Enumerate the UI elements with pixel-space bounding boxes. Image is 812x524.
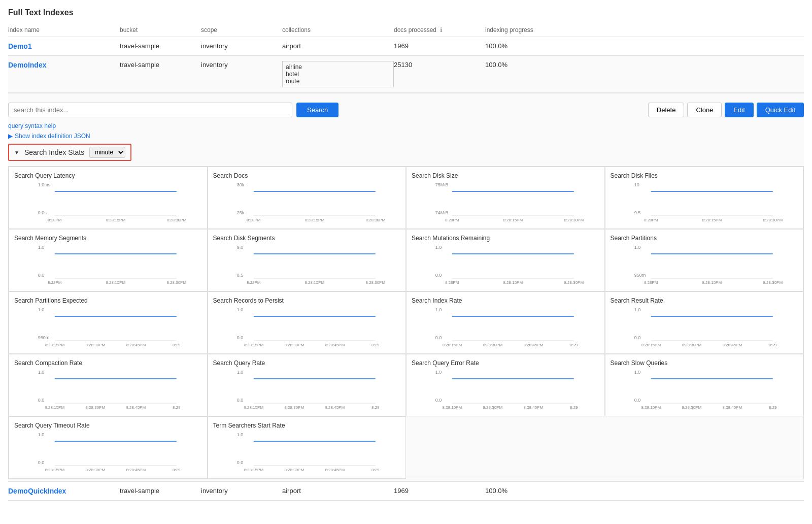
stats-section: ▼ Search Index Stats minute hour day Sea… [8, 144, 804, 479]
quick-edit-button[interactable]: Quick Edit [757, 103, 804, 117]
index-name-demoindex[interactable]: DemoIndex [8, 61, 120, 69]
action-buttons: Delete Clone Edit Quick Edit [648, 103, 804, 117]
chart-card: Search Result Rate1.00.08:28:15PM8:28:30… [605, 291, 804, 354]
svg-text:0.0s: 0.0s [38, 210, 47, 215]
svg-text:8:28:45PM: 8:28:45PM [126, 468, 146, 472]
svg-text:9.0: 9.0 [236, 245, 243, 250]
svg-text:8:29: 8:29 [371, 405, 379, 409]
svg-text:25k: 25k [236, 210, 244, 215]
demo-index-section: DemoIndex travel-sample inventory airlin… [8, 56, 804, 481]
chart-svg: 30k25k8:28PM8:28:15PM8:28:30PM [213, 181, 401, 222]
index-name-demoquickindex[interactable]: DemoQuickIndex [8, 487, 120, 495]
svg-text:8:29: 8:29 [570, 405, 578, 409]
svg-text:8:28:15PM: 8:28:15PM [45, 468, 64, 472]
svg-text:8.5: 8.5 [236, 273, 243, 278]
chart-card: Search Query Error Rate1.00.08:28:15PM8:… [406, 354, 605, 416]
svg-text:8:28:30PM: 8:28:30PM [763, 280, 783, 284]
collection-item: airline [286, 63, 390, 71]
chart-svg: 1.00.08:28:15PM8:28:30PM8:28:45PM8:29 [213, 306, 401, 347]
search-button[interactable]: Search [296, 103, 339, 117]
svg-text:8:28:45PM: 8:28:45PM [325, 468, 345, 472]
svg-text:8:28:15PM: 8:28:15PM [641, 405, 661, 409]
svg-text:8:29: 8:29 [768, 405, 776, 409]
svg-text:1.0: 1.0 [634, 370, 640, 375]
chart-svg: 1.00.08:28:15PM8:28:30PM8:28:45PM8:29 [213, 431, 401, 472]
chart-title: Search Query Timeout Rate [14, 422, 202, 429]
chart-svg: 1.0950m8:28PM8:28:15PM8:28:30PM [611, 244, 798, 284]
chart-card: Search Query Timeout Rate1.00.08:28:15PM… [9, 416, 208, 479]
chart-title: Search Docs [213, 172, 401, 179]
svg-text:8:28:15PM: 8:28:15PM [106, 280, 125, 284]
svg-text:8:28:15PM: 8:28:15PM [641, 343, 661, 347]
svg-text:8:28:45PM: 8:28:45PM [325, 405, 345, 409]
svg-text:8:28PM: 8:28PM [48, 280, 62, 284]
svg-text:8:28:30PM: 8:28:30PM [284, 343, 304, 347]
svg-text:8:29: 8:29 [173, 468, 181, 472]
svg-text:8:28:30PM: 8:28:30PM [166, 218, 186, 222]
svg-text:950m: 950m [634, 273, 646, 278]
svg-text:1.0: 1.0 [38, 432, 45, 437]
table-row: Demo1 travel-sample inventory airport 19… [8, 37, 804, 56]
time-select[interactable]: minute hour day [89, 147, 125, 158]
col-bucket: bucket [120, 26, 201, 34]
delete-button[interactable]: Delete [648, 103, 685, 117]
chart-card: Search Query Rate1.00.08:28:15PM8:28:30P… [208, 354, 407, 416]
bucket-demo1: travel-sample [120, 42, 201, 50]
svg-text:8:28:45PM: 8:28:45PM [126, 405, 146, 409]
col-index-name: index name [8, 26, 120, 34]
svg-text:8:29: 8:29 [768, 343, 776, 347]
scope-demo1: inventory [201, 42, 282, 50]
main-page: Full Text Indexes index name bucket scop… [0, 0, 812, 509]
svg-text:8:28:30PM: 8:28:30PM [564, 218, 584, 222]
svg-text:8:28:30PM: 8:28:30PM [763, 218, 783, 222]
docs-demoquickindex: 1969 [394, 487, 485, 495]
search-input[interactable] [8, 103, 292, 117]
svg-text:8:29: 8:29 [371, 343, 379, 347]
svg-text:1.0: 1.0 [38, 307, 45, 312]
chart-card: Search Docs30k25k8:28PM8:28:15PM8:28:30P… [208, 167, 407, 229]
progress-demoindex: 100.0% [485, 61, 804, 69]
docs-demoindex: 25130 [394, 61, 485, 69]
edit-button[interactable]: Edit [725, 103, 753, 117]
svg-text:8:28:45PM: 8:28:45PM [722, 405, 742, 409]
chart-title: Search Disk Segments [213, 235, 401, 242]
svg-text:1.0: 1.0 [634, 307, 640, 312]
svg-text:8:28:45PM: 8:28:45PM [325, 343, 345, 347]
svg-text:8:28:30PM: 8:28:30PM [166, 280, 186, 284]
clone-button[interactable]: Clone [687, 103, 722, 117]
show-definition-toggle[interactable]: ▶ Show index definition JSON [8, 133, 804, 140]
svg-text:8:28:15PM: 8:28:15PM [244, 468, 263, 472]
svg-text:8:28:45PM: 8:28:45PM [126, 343, 146, 347]
collections-demoquickindex: airport [282, 487, 394, 495]
svg-text:8:28:45PM: 8:28:45PM [722, 343, 742, 347]
scope-demoquickindex: inventory [201, 487, 282, 495]
chart-svg: 1.00.08:28:15PM8:28:30PM8:28:45PM8:29 [213, 369, 401, 409]
svg-text:8:28:30PM: 8:28:30PM [483, 343, 502, 347]
svg-text:1.0: 1.0 [435, 370, 442, 375]
svg-text:8:28PM: 8:28PM [246, 218, 260, 222]
chart-card: Search Index Rate1.00.08:28:15PM8:28:30P… [406, 291, 605, 354]
svg-text:8:28:15PM: 8:28:15PM [304, 218, 324, 222]
svg-text:8:28:15PM: 8:28:15PM [244, 343, 263, 347]
svg-text:8:28:15PM: 8:28:15PM [442, 343, 462, 347]
chart-title: Search Partitions Expected [14, 297, 202, 304]
svg-text:8:29: 8:29 [173, 405, 181, 409]
svg-text:0.0: 0.0 [38, 273, 45, 278]
index-name-demo1[interactable]: Demo1 [8, 42, 120, 50]
svg-text:8:29: 8:29 [371, 468, 379, 472]
bucket-demoindex: travel-sample [120, 61, 201, 69]
chevron-right-icon: ▶ [8, 133, 13, 140]
stats-toggle[interactable]: ▼ Search Index Stats minute hour day [8, 144, 131, 161]
svg-text:8:28:15PM: 8:28:15PM [503, 218, 523, 222]
progress-demo1: 100.0% [485, 42, 804, 50]
svg-text:74MiB: 74MiB [435, 210, 449, 215]
chart-svg: 1.0950m8:28:15PM8:28:30PM8:28:45PM8:29 [14, 306, 202, 347]
svg-text:1.0: 1.0 [634, 245, 640, 250]
svg-text:8:28:30PM: 8:28:30PM [483, 405, 502, 409]
query-syntax-help-link[interactable]: query syntax help [8, 122, 56, 129]
chart-card: Search Partitions1.0950m8:28PM8:28:15PM8… [605, 229, 804, 291]
svg-text:8:28:30PM: 8:28:30PM [564, 280, 584, 284]
svg-text:1.0ms: 1.0ms [38, 182, 51, 187]
svg-text:8:28:30PM: 8:28:30PM [365, 280, 385, 284]
svg-text:0.0: 0.0 [38, 398, 45, 403]
